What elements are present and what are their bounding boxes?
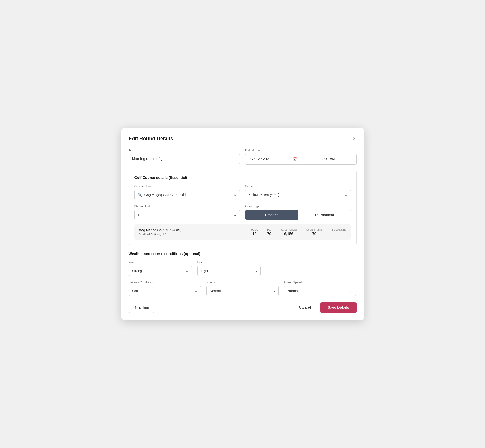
course-info-name: Gog Magog Golf Club - Old,: [139, 228, 181, 232]
fairway-wrapper: SoftNormalFirmHard ⌄: [129, 286, 201, 296]
wind-rain-row: Wind NoneLightModerateStrong ⌄ Rain None…: [129, 260, 261, 276]
golf-course-section: Golf Course details (Essential) Course N…: [129, 170, 356, 245]
title-input[interactable]: [129, 154, 240, 164]
par-value: 70: [267, 232, 271, 236]
yards-value: 6,156: [284, 232, 293, 236]
rain-dropdown[interactable]: NoneLightModerateHeavy: [197, 266, 261, 276]
modal-footer: 🗑 Delete Cancel Save Details: [129, 302, 356, 313]
select-tee-wrapper: Yellow (6,156 yards) White Red Blue ⌄: [245, 190, 351, 200]
modal-header: Edit Round Details ×: [129, 135, 356, 142]
course-rating-stat: Course rating 70: [306, 228, 323, 236]
slope-rating-label: Slope rating: [331, 228, 346, 231]
hole-gametype-row: Starting Hole 1234 5678 910 ⌄ Game Type …: [134, 204, 351, 220]
course-tee-row: Course Name 🔍 Gog Magog Golf Club - Old …: [134, 184, 351, 200]
green-speed-group: Green Speed SlowNormalFastVery Fast ⌄: [284, 280, 356, 296]
course-rating-value: 70: [312, 232, 316, 236]
delete-button[interactable]: 🗑 Delete: [129, 303, 154, 313]
game-type-toggle: Practice Tournament: [245, 210, 351, 220]
course-name-input[interactable]: 🔍 Gog Magog Golf Club - Old ✕: [134, 190, 240, 200]
cancel-button[interactable]: Cancel: [295, 303, 315, 312]
course-name-label: Course Name: [134, 184, 240, 188]
green-speed-wrapper: SlowNormalFastVery Fast ⌄: [284, 286, 356, 296]
par-label: Par: [267, 228, 271, 231]
fairway-group: Fairway Conditions SoftNormalFirmHard ⌄: [129, 280, 201, 296]
holes-stat: Holes 18: [251, 228, 258, 236]
rain-group: Rain NoneLightModerateHeavy ⌄: [197, 260, 261, 276]
modal-title: Edit Round Details: [129, 136, 173, 142]
course-rating-label: Course rating: [306, 228, 323, 231]
rain-wrapper: NoneLightModerateHeavy ⌄: [197, 266, 261, 276]
slope-rating-value: -: [338, 232, 340, 236]
rain-label: Rain: [197, 260, 261, 264]
green-speed-label: Green Speed: [284, 280, 356, 284]
holes-label: Holes: [251, 228, 258, 231]
course-stats: Holes 18 Par 70 Yards(Yellow) 6,156 Cour…: [251, 228, 346, 236]
holes-value: 18: [252, 232, 257, 236]
title-datetime-row: Title Date & Time 05 / 12 / 2021 📅 7:31 …: [129, 148, 356, 165]
course-info-name-location: Gog Magog Golf Club - Old, Shelford Bott…: [139, 228, 181, 236]
starting-hole-label: Starting Hole: [134, 204, 240, 208]
starting-hole-dropdown[interactable]: 1234 5678 910: [134, 210, 240, 220]
yards-label: Yards(Yellow): [281, 228, 297, 231]
date-input[interactable]: 05 / 12 / 2021 📅: [245, 154, 301, 165]
clear-course-icon[interactable]: ✕: [233, 192, 236, 197]
course-info-location: Shelford Bottom, UK: [139, 233, 181, 236]
close-button[interactable]: ×: [352, 135, 356, 142]
edit-round-modal: Edit Round Details × Title Date & Time 0…: [121, 128, 364, 320]
search-icon: 🔍: [138, 193, 142, 197]
time-value: 7:31 AM: [322, 157, 335, 161]
golf-course-section-title: Golf Course details (Essential): [134, 176, 351, 180]
game-type-group: Game Type Practice Tournament: [245, 204, 351, 220]
game-type-label: Game Type: [245, 204, 351, 208]
tournament-button[interactable]: Tournament: [298, 210, 351, 220]
wind-wrapper: NoneLightModerateStrong ⌄: [129, 266, 192, 276]
wind-group: Wind NoneLightModerateStrong ⌄: [129, 260, 192, 276]
time-input[interactable]: 7:31 AM: [301, 154, 356, 165]
weather-section-title: Weather and course conditions (optional): [129, 252, 356, 256]
yards-stat: Yards(Yellow) 6,156: [281, 228, 297, 236]
course-name-value: Gog Magog Golf Club - Old: [144, 193, 234, 197]
rough-wrapper: ShortNormalLongVery Long ⌄: [206, 286, 279, 296]
fairway-dropdown[interactable]: SoftNormalFirmHard: [129, 286, 201, 296]
fairway-label: Fairway Conditions: [129, 280, 201, 284]
delete-icon: 🗑: [134, 306, 137, 310]
course-name-group: Course Name 🔍 Gog Magog Golf Club - Old …: [134, 184, 240, 200]
date-time-group: Date & Time 05 / 12 / 2021 📅 7:31 AM: [245, 148, 356, 165]
slope-rating-stat: Slope rating -: [331, 228, 346, 236]
footer-right-actions: Cancel Save Details: [295, 302, 356, 313]
rough-label: Rough: [206, 280, 279, 284]
select-tee-group: Select Tee Yellow (6,156 yards) White Re…: [245, 184, 351, 200]
starting-hole-wrapper: 1234 5678 910 ⌄: [134, 210, 240, 220]
weather-section: Weather and course conditions (optional)…: [129, 252, 356, 296]
starting-hole-group: Starting Hole 1234 5678 910 ⌄: [134, 204, 240, 220]
wind-label: Wind: [129, 260, 192, 264]
title-field-group: Title: [129, 148, 240, 165]
fairway-rough-green-row: Fairway Conditions SoftNormalFirmHard ⌄ …: [129, 280, 356, 296]
wind-dropdown[interactable]: NoneLightModerateStrong: [129, 266, 192, 276]
rough-dropdown[interactable]: ShortNormalLongVery Long: [206, 286, 279, 296]
date-time-label: Date & Time: [245, 148, 356, 152]
title-label: Title: [129, 148, 240, 152]
calendar-icon: 📅: [292, 157, 297, 162]
delete-label: Delete: [139, 306, 149, 310]
select-tee-label: Select Tee: [245, 184, 351, 188]
select-tee-dropdown[interactable]: Yellow (6,156 yards) White Red Blue: [245, 190, 351, 200]
practice-button[interactable]: Practice: [245, 210, 298, 220]
date-value: 05 / 12 / 2021: [249, 157, 271, 161]
rough-group: Rough ShortNormalLongVery Long ⌄: [206, 280, 279, 296]
course-info-bar: Gog Magog Golf Club - Old, Shelford Bott…: [134, 224, 351, 240]
green-speed-dropdown[interactable]: SlowNormalFastVery Fast: [284, 286, 356, 296]
par-stat: Par 70: [267, 228, 271, 236]
save-button[interactable]: Save Details: [320, 302, 356, 313]
date-time-inputs: 05 / 12 / 2021 📅 7:31 AM: [245, 154, 356, 165]
